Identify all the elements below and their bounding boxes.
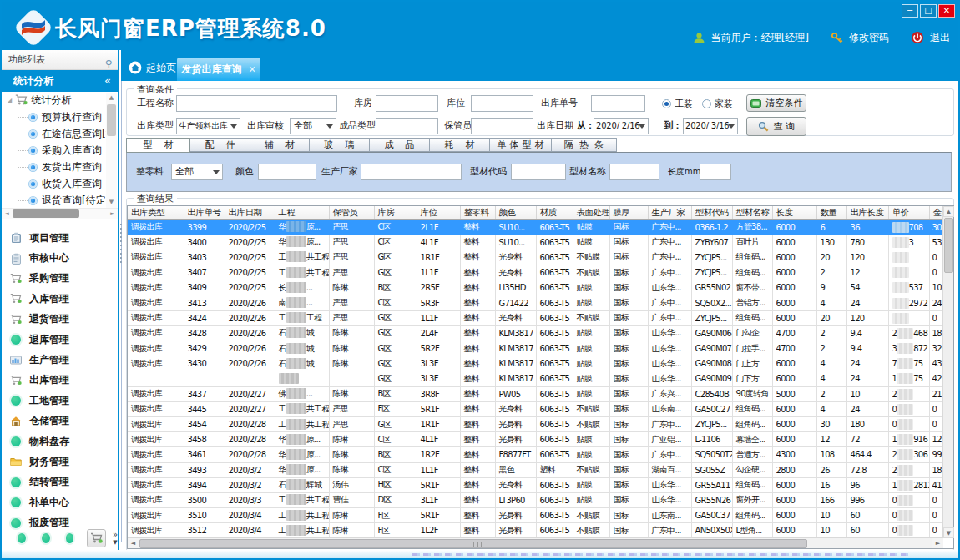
sidebar-item-补单中心[interactable]: 补单中心: [2, 492, 118, 512]
tree-item[interactable]: 发货出库查询: [2, 159, 118, 175]
column-header[interactable]: 出库单号: [184, 206, 225, 219]
minimize-button[interactable]: ─: [902, 4, 918, 18]
material-tab-单体型材[interactable]: 单体型材: [490, 138, 552, 152]
column-header[interactable]: 整零料: [460, 206, 495, 219]
order-no-input[interactable]: [591, 95, 645, 112]
table-row[interactable]: 调拨出库34302020/2/26石城陈琳G区3L3F整料KLM38176063…: [128, 356, 949, 371]
module-dot-icon[interactable]: [66, 533, 74, 543]
table-row[interactable]: 调拨出库33992020/2/25华原...严思C区2L1F整料SU10...6…: [128, 219, 949, 235]
out-type-select[interactable]: 生产领料出库: [176, 118, 240, 134]
column-header[interactable]: 颜色: [495, 206, 536, 219]
column-header[interactable]: 材质: [536, 206, 573, 219]
scroll-left-icon[interactable]: ◄: [2, 209, 12, 219]
audit-select[interactable]: 全部: [290, 118, 336, 134]
table-row[interactable]: 调拨出库34582020/2/28华原...陈琳C区4L1F整料光身料6063-…: [128, 432, 949, 447]
material-tab-型材[interactable]: 型材: [126, 138, 190, 153]
table-row[interactable]: 调拨出库34612020/2/28华原...陈琳B区1R2F整料F8877FT6…: [128, 447, 949, 462]
date-to-picker[interactable]: 2020/ 3/16: [683, 118, 738, 134]
name-input[interactable]: [609, 164, 659, 180]
tab-home[interactable]: 起始页: [129, 58, 176, 77]
sidebar-item-出库管理[interactable]: 出库管理: [2, 371, 118, 391]
sidebar-item-退货管理[interactable]: 退货管理: [2, 310, 118, 330]
scroll-down-icon[interactable]: ▼: [943, 527, 954, 538]
logout-button[interactable]: 退出: [930, 31, 950, 45]
table-row[interactable]: 调拨出库34282020/2/26石城陈琳G区2L4F整料KLM38176063…: [128, 325, 949, 341]
sidebar-item-入库管理[interactable]: 入库管理: [2, 289, 118, 309]
sidebar-panel-header[interactable]: 统计分析 «: [2, 70, 118, 92]
grid-horizontal-scrollbar[interactable]: ◄ ►: [128, 537, 943, 548]
column-header[interactable]: 表面处理: [573, 206, 609, 219]
column-header[interactable]: 库房: [374, 206, 417, 219]
table-row[interactable]: 调拨出库34002020/2/25华原...严思C区4L1F整料SU10...6…: [128, 235, 949, 250]
sidebar-item-生产管理[interactable]: 生产管理: [2, 350, 118, 370]
location-input[interactable]: [471, 95, 533, 112]
sidebar-item-项目管理[interactable]: 项目管理: [2, 228, 118, 248]
material-tab-玻璃[interactable]: 玻璃: [310, 138, 370, 152]
material-tab-隔热条[interactable]: 隔热条: [552, 138, 617, 152]
tree-expander-icon[interactable]: ◢: [7, 97, 12, 104]
table-row[interactable]: 调拨出库34072020/2/25工共工程严思G区1L1F整料光身料6063-T…: [128, 265, 949, 280]
column-header[interactable]: 单价: [888, 206, 929, 219]
tree-item[interactable]: 采购入库查询: [2, 142, 118, 159]
module-dot-icon[interactable]: [18, 533, 26, 543]
column-header[interactable]: 生产厂家: [648, 206, 691, 219]
material-tab-配件[interactable]: 配件: [190, 138, 250, 152]
table-row[interactable]: 调拨出库35122020/3/4工共工程陈琳F区1L2F整料光身料6063-T5…: [128, 523, 949, 538]
table-row[interactable]: G区3L3F整料KLM38176063-T5贴膜国标山东华...GA90M09.…: [128, 371, 949, 386]
length-input[interactable]: [700, 164, 731, 180]
change-password-button[interactable]: 修改密码: [849, 31, 889, 45]
column-header[interactable]: 型材名称: [732, 206, 772, 219]
search-button[interactable]: 查 询: [746, 117, 806, 136]
column-header[interactable]: 出库长度: [846, 206, 888, 219]
code-input[interactable]: [511, 164, 566, 180]
keeper-input[interactable]: [471, 118, 533, 134]
grid-vertical-scrollbar[interactable]: ▲ ▼: [942, 206, 953, 538]
date-from-picker[interactable]: 2020/ 2/16: [594, 118, 649, 134]
tree-item[interactable]: 收货入库查询: [2, 175, 118, 192]
tree-vertical-scrollbar[interactable]: ▲ ▼: [106, 93, 117, 208]
radio-gongzhuang[interactable]: 工装: [662, 95, 693, 112]
hscroll-thumb[interactable]: [139, 539, 807, 548]
radio-jiazhuang[interactable]: 家装: [702, 95, 733, 112]
sidebar-item-采购管理[interactable]: 采购管理: [2, 269, 118, 289]
column-header[interactable]: 数量: [816, 206, 846, 219]
tree-item[interactable]: 退货查询[待定]: [2, 192, 118, 209]
tree-item[interactable]: 在途信息查询[待: [2, 125, 118, 142]
sidebar-item-仓储管理[interactable]: 仓储管理: [2, 411, 118, 431]
table-row[interactable]: 调拨出库34452020/2/27工共工程严思F区5R1F整料光身料6063-T…: [128, 401, 949, 416]
tree-root-statistics[interactable]: ◢统计分析: [2, 92, 118, 108]
collapse-icon[interactable]: «: [104, 70, 111, 92]
scroll-up-icon[interactable]: ▲: [106, 93, 117, 103]
table-row[interactable]: 调拨出库34372020/2/27佛...陈琳B区3R8F整料PW056063-…: [128, 386, 949, 401]
module-dot-icon[interactable]: [42, 533, 50, 543]
scroll-down-icon[interactable]: ▼: [106, 197, 117, 208]
color-input[interactable]: [258, 164, 316, 180]
table-row[interactable]: 调拨出库34032020/2/25工共工程严思G区1R1F整料光身料6063-T…: [128, 250, 949, 265]
table-row[interactable]: 调拨出库34542020/2/28工共工程严思G区1R1F整料光身料6063-T…: [128, 416, 949, 431]
sidebar-item-财务管理[interactable]: 财务管理: [2, 452, 118, 472]
whole-select[interactable]: 全部: [171, 164, 223, 180]
tree-item[interactable]: 预算执行查询: [2, 108, 118, 125]
sidebar-item-物料盘存[interactable]: 物料盘存: [2, 431, 118, 452]
scroll-right-icon[interactable]: ►: [932, 538, 943, 548]
column-header[interactable]: 膜厚: [609, 206, 648, 219]
table-row[interactable]: 调拨出库34132020/2/26南...严思C区5R3F整料G71422606…: [128, 295, 949, 310]
splitter-grip[interactable]: [120, 223, 122, 263]
scroll-right-icon[interactable]: ►: [108, 209, 118, 219]
material-tab-成品[interactable]: 成品: [370, 138, 430, 152]
column-header[interactable]: 工程: [275, 206, 329, 219]
sidebar-item-工地管理[interactable]: 工地管理: [2, 391, 118, 411]
chevron-more-icon[interactable]: »▼: [113, 532, 118, 546]
column-header[interactable]: 型材代码: [691, 206, 732, 219]
column-header[interactable]: 库位: [417, 206, 460, 219]
tree-horizontal-scrollbar[interactable]: ◄ ►: [2, 208, 118, 219]
column-header[interactable]: 保管员: [329, 206, 374, 219]
vscroll-thumb[interactable]: [944, 218, 953, 273]
tab-shipment-query[interactable]: 发货出库查询✕: [177, 58, 260, 81]
scroll-up-icon[interactable]: ▲: [943, 206, 954, 217]
column-header[interactable]: 长度: [772, 206, 816, 219]
table-row[interactable]: 调拨出库34942020/3/2石辉城汤伟H区5R1F整料光身料6063-T5贴…: [128, 477, 949, 492]
close-button[interactable]: ✕: [938, 4, 955, 18]
material-tab-辅材[interactable]: 辅材: [250, 138, 310, 152]
tab-close-icon[interactable]: ✕: [248, 64, 255, 75]
